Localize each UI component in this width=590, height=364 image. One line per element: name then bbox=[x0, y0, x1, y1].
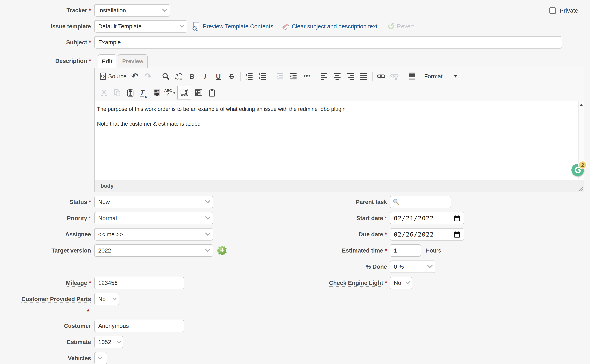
chevron-down-icon bbox=[179, 22, 185, 28]
revert-link[interactable]: Revert bbox=[397, 23, 414, 30]
numbered-list-icon: 12 bbox=[245, 72, 253, 80]
mileage-label: Mileage* bbox=[0, 277, 91, 289]
issue-template-select[interactable]: Default Template bbox=[94, 20, 188, 32]
tracker-value: Installation bbox=[98, 7, 126, 14]
chevron-down-icon bbox=[205, 247, 210, 252]
indent-button[interactable] bbox=[287, 70, 300, 83]
align-left-button[interactable] bbox=[317, 70, 331, 83]
paragraph-styles-icon bbox=[408, 72, 416, 80]
target-version-select[interactable]: 2022 bbox=[94, 244, 213, 257]
unlink-icon bbox=[390, 72, 399, 80]
resize-grip-icon[interactable] bbox=[577, 185, 583, 191]
tracker-label: Tracker* bbox=[0, 4, 91, 17]
cut-icon bbox=[100, 89, 108, 97]
element-path[interactable]: body bbox=[101, 183, 114, 189]
link-button[interactable] bbox=[375, 70, 388, 83]
description-editor: Source ↶ ↷ ba B I U S 12 bbox=[94, 68, 584, 192]
align-justify-button[interactable] bbox=[357, 70, 370, 83]
customer-provided-parts-required: * bbox=[0, 305, 91, 318]
issue-edit-form: Tracker* Installation Private Issue temp… bbox=[0, 0, 590, 364]
description-label: Description* bbox=[0, 54, 91, 68]
customer-input[interactable]: Anonymous bbox=[94, 320, 184, 332]
italic-button[interactable]: I bbox=[199, 70, 212, 83]
start-date-label: Start date* bbox=[220, 212, 387, 224]
remove-format-button[interactable]: Tx bbox=[137, 86, 150, 99]
preview-template-link[interactable]: Preview Template Contents bbox=[203, 23, 273, 30]
redo-button[interactable]: ↷ bbox=[141, 70, 154, 83]
media-embed-button[interactable] bbox=[192, 86, 205, 99]
bold-button[interactable]: B bbox=[185, 70, 199, 83]
tracker-select[interactable]: Installation bbox=[94, 4, 170, 17]
align-left-icon bbox=[320, 72, 328, 80]
priority-label: Priority* bbox=[0, 212, 91, 224]
issue-template-value: Default Template bbox=[98, 23, 142, 30]
find-button[interactable] bbox=[159, 70, 172, 83]
customer-label: Customer bbox=[0, 320, 91, 332]
outdent-button[interactable] bbox=[273, 70, 287, 83]
private-checkbox[interactable] bbox=[549, 7, 556, 14]
estimated-time-label: Estimated time* bbox=[220, 244, 387, 257]
toolbar-row-1: Source ↶ ↷ ba B I U S 12 bbox=[97, 68, 465, 84]
align-right-icon bbox=[346, 72, 354, 80]
chevron-down-icon bbox=[427, 263, 433, 268]
customer-provided-parts-select[interactable]: No bbox=[94, 293, 119, 305]
element-path-bar: body bbox=[95, 180, 584, 192]
select-all-icon bbox=[153, 89, 161, 97]
blockquote-button[interactable]: ”” bbox=[300, 69, 313, 84]
revert-icon: ↺ bbox=[387, 22, 395, 31]
source-button[interactable]: Source bbox=[97, 70, 128, 83]
align-right-button[interactable] bbox=[344, 70, 357, 83]
calendar-icon[interactable] bbox=[453, 231, 461, 238]
parent-task-label: Parent task bbox=[220, 196, 387, 208]
copy-button[interactable] bbox=[111, 86, 124, 99]
subject-input[interactable]: Example bbox=[94, 36, 562, 49]
film-icon bbox=[195, 89, 203, 97]
widget-placeholder-button[interactable] bbox=[177, 86, 191, 99]
svg-text:2: 2 bbox=[246, 77, 247, 80]
assignee-select[interactable]: << me >> bbox=[94, 228, 213, 240]
format-dropdown[interactable]: Format bbox=[419, 70, 458, 83]
spell-check-button[interactable]: ABC ✓ bbox=[163, 86, 177, 99]
strikethrough-button[interactable]: S bbox=[225, 70, 238, 83]
editor-content[interactable]: The purpose of this work order is to be … bbox=[95, 101, 584, 179]
bulleted-list-icon bbox=[258, 72, 266, 80]
search-icon bbox=[392, 198, 400, 206]
template-actions: Preview Template Contents Clear subject … bbox=[192, 20, 414, 32]
underline-button[interactable]: U bbox=[212, 70, 225, 83]
paste-button[interactable] bbox=[124, 86, 137, 99]
check-engine-light-select[interactable]: No bbox=[390, 277, 412, 289]
unlink-button[interactable] bbox=[388, 70, 401, 83]
status-label: Status* bbox=[0, 196, 91, 208]
paste-text-button[interactable]: T bbox=[205, 86, 219, 99]
estimated-time-input[interactable]: 1 bbox=[390, 244, 421, 257]
tab-edit[interactable]: Edit bbox=[98, 54, 116, 68]
estimate-select[interactable]: 1052 bbox=[94, 336, 123, 348]
select-all-button[interactable] bbox=[150, 86, 163, 99]
subject-value: Example bbox=[98, 39, 121, 46]
parent-task-input[interactable] bbox=[390, 196, 451, 208]
hours-suffix: Hours bbox=[426, 244, 441, 257]
percent-done-select[interactable]: 0 % bbox=[390, 260, 436, 273]
search-icon bbox=[162, 72, 170, 80]
chevron-down-icon bbox=[117, 339, 121, 344]
cut-button[interactable] bbox=[97, 86, 111, 99]
numbered-list-button[interactable]: 12 bbox=[243, 70, 256, 83]
priority-select[interactable]: Normal bbox=[94, 212, 213, 224]
status-select[interactable]: New bbox=[94, 196, 213, 208]
check-engine-light-label: Check Engine Light* bbox=[220, 277, 387, 289]
replace-button[interactable]: ba bbox=[172, 70, 185, 83]
align-center-button[interactable] bbox=[331, 70, 344, 83]
calendar-icon[interactable] bbox=[453, 214, 461, 222]
start-date-input[interactable]: 02/21/2022 bbox=[390, 212, 464, 224]
vehicles-select[interactable] bbox=[94, 352, 107, 364]
mileage-input[interactable]: 123456 bbox=[94, 277, 184, 289]
tab-preview[interactable]: Preview bbox=[118, 54, 148, 68]
source-icon bbox=[99, 72, 107, 80]
bulleted-list-button[interactable] bbox=[256, 70, 269, 83]
private-label: Private bbox=[560, 4, 578, 17]
undo-button[interactable]: ↶ bbox=[128, 70, 141, 83]
description-line-2: Note that the customer & estimate is add… bbox=[97, 120, 576, 127]
due-date-input[interactable]: 02/26/2022 bbox=[390, 228, 464, 240]
clear-text-link[interactable]: Clear subject and description text. bbox=[292, 23, 379, 30]
div-container-button[interactable] bbox=[405, 70, 419, 83]
